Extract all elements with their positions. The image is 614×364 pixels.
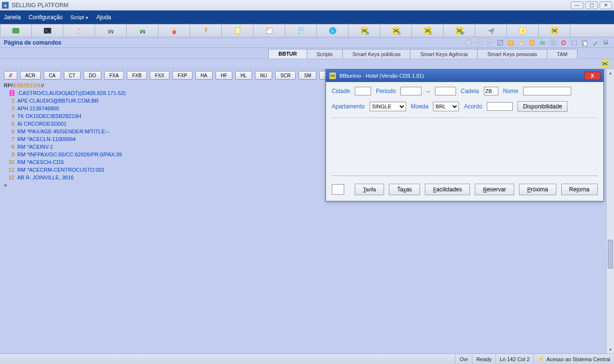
toolbar-btn-bb-b[interactable]: B	[349, 24, 380, 37]
toolbar-btn-help[interactable]: ?	[507, 24, 539, 37]
quick-fxa[interactable]: FXA	[104, 71, 124, 80]
menu-config[interactable]: Configuração	[28, 14, 62, 21]
rp-locator: BSB2B210H	[12, 82, 42, 88]
toolbar-btn-9[interactable]	[253, 24, 285, 37]
quick-fxp[interactable]: FXP	[172, 71, 192, 80]
input-nome[interactable]	[523, 87, 571, 95]
mini-btn-11[interactable]	[570, 38, 578, 47]
select-apartamento[interactable]: SINGLE	[370, 102, 406, 111]
menu-janela[interactable]: Janela	[4, 14, 21, 21]
toolbar-btn-info[interactable]: i	[317, 24, 349, 37]
toolbar-btn-4[interactable]	[95, 24, 127, 37]
status-position: Ln 142 Col 2	[495, 354, 533, 364]
mini-btn-1[interactable]	[464, 38, 473, 47]
mini-btn-8[interactable]	[538, 38, 547, 47]
tab-sk-pessoais[interactable]: Smart Keys pessoais	[477, 49, 547, 59]
input-cidade[interactable]	[355, 87, 371, 95]
button-facilidades[interactable]: Facilidades	[425, 184, 470, 195]
tab-sk-publicas[interactable]: Smart Keys públicas	[342, 49, 410, 59]
quick-fxx[interactable]: FXX	[150, 71, 169, 80]
hotel-dialog-titlebar[interactable]: BBturimo - Hotel (Versão CDS 1.01) X	[326, 70, 603, 82]
toolbar-btn-5[interactable]	[127, 24, 158, 37]
button-tarifa[interactable]: Tarifa	[355, 184, 384, 195]
toolbar-btn-2[interactable]: >_	[32, 24, 63, 37]
scroll-thumb[interactable]	[608, 240, 613, 269]
tab-tam[interactable]: TAM	[547, 49, 578, 59]
quick-ha[interactable]: HA	[195, 71, 213, 80]
select-moeda[interactable]: BRL	[433, 102, 459, 111]
tab-scripts[interactable]: Scripts	[307, 49, 343, 59]
button-reservar[interactable]: Reservar	[475, 184, 514, 195]
label-apartamento: Apartamento	[332, 103, 365, 110]
mini-btn-7[interactable]	[528, 38, 536, 47]
input-periodo-from[interactable]	[400, 87, 421, 95]
toolbar-btn-8[interactable]	[222, 24, 253, 37]
svg-rect-35	[540, 41, 545, 43]
svg-rect-7	[140, 30, 145, 32]
toolbar-btn-bb[interactable]	[539, 24, 570, 37]
toolbar-btn-7[interactable]	[190, 24, 222, 37]
svg-rect-11	[172, 31, 176, 34]
toolbar-btn-bb-c[interactable]: C	[412, 24, 444, 37]
mini-btn-10[interactable]	[559, 38, 568, 47]
toolbar-btn-3[interactable]	[63, 24, 95, 37]
svg-text:i: i	[332, 29, 333, 34]
svg-point-8	[140, 32, 142, 34]
toolbar-btn-bb-w[interactable]: W	[444, 24, 475, 37]
button-proxima[interactable]: Próxima	[519, 184, 556, 195]
menu-ajuda[interactable]: Ajuda	[96, 14, 111, 21]
quick-do[interactable]: DO	[84, 71, 101, 80]
mini-btn-13[interactable]	[591, 38, 600, 47]
menu-script[interactable]: Script▼	[71, 14, 89, 21]
tab-bbtur[interactable]: BBTUR	[268, 49, 307, 59]
quick-acr[interactable]: ACR	[20, 71, 41, 80]
svg-rect-40	[572, 40, 577, 45]
quick-sm[interactable]: SM	[299, 71, 316, 80]
scroll-up-icon[interactable]: ▲	[607, 69, 614, 77]
toolbar-btn-bb-s[interactable]: S	[380, 24, 412, 37]
input-periodo-to[interactable]	[435, 87, 456, 95]
input-cadeia[interactable]	[484, 87, 498, 95]
minimize-button[interactable]: —	[571, 1, 583, 9]
toolbar-btn-6[interactable]	[158, 24, 190, 37]
svg-point-6	[111, 32, 113, 34]
mini-btn-6[interactable]	[517, 38, 526, 47]
toolbar-btn-1[interactable]	[0, 24, 32, 37]
quick-fxb[interactable]: FXB	[127, 71, 146, 80]
button-retorna[interactable]: Retorna	[561, 184, 598, 195]
mini-btn-9[interactable]	[549, 38, 557, 47]
quick-ca[interactable]: CA	[44, 71, 61, 80]
svg-rect-44	[604, 40, 607, 42]
pnr-line-6: RM *PAX/AGE:45/GENDER:M/TITLE:--	[17, 129, 110, 134]
svg-point-28	[466, 40, 471, 46]
button-disponibilidade[interactable]: Disponibilidade	[518, 101, 567, 112]
toolbar-btn-10[interactable]	[285, 24, 317, 37]
label-nome: Nome	[503, 88, 518, 94]
toolbar-btn-plane[interactable]	[475, 24, 507, 37]
hotel-dialog-close[interactable]: X	[584, 71, 601, 80]
quick-hl[interactable]: HL	[235, 71, 252, 80]
statusbar: Ovr Ready Ln 142 Col 2 ⚡Acesso ao Sistem…	[0, 353, 614, 364]
quick-nu[interactable]: NU	[255, 71, 272, 80]
pnr-line-1: .CASTRO/CLAUDIO(ADT)(ID405.828.171-53)	[17, 90, 126, 96]
input-acordo[interactable]	[487, 102, 513, 111]
vertical-scrollbar[interactable]: ▲ ▼	[606, 69, 614, 353]
mini-btn-5[interactable]	[506, 38, 515, 47]
mini-btn-2[interactable]	[475, 38, 483, 47]
quick-scr[interactable]: SCR	[275, 71, 296, 80]
quick-slash[interactable]: //	[4, 71, 17, 80]
popup-indicator-box	[332, 184, 344, 195]
close-button[interactable]: ✕	[600, 1, 612, 9]
quick-hf[interactable]: HF	[216, 71, 232, 80]
pnr-line-12: AB R. JOINVILLE, 3816	[17, 175, 73, 180]
tab-sk-agencia[interactable]: Smart Keys Agência	[410, 49, 478, 59]
pnr-line-11: RM *ACECRM-CENTROCUSTO:001	[17, 167, 105, 173]
button-taxas[interactable]: Taxas	[389, 184, 420, 195]
scroll-down-icon[interactable]: ▼	[607, 346, 614, 353]
mini-btn-print[interactable]	[602, 38, 610, 47]
quick-ct[interactable]: CT	[64, 71, 81, 80]
mini-btn-4[interactable]	[496, 38, 505, 47]
maximize-button[interactable]: ▢	[585, 1, 598, 9]
mini-btn-3[interactable]	[485, 38, 494, 47]
mini-btn-12[interactable]	[580, 38, 589, 47]
